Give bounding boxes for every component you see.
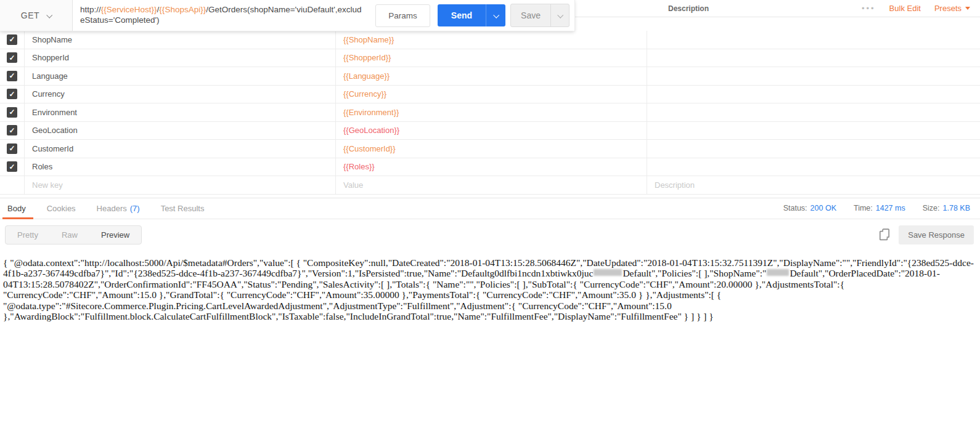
- url-scheme: http://: [80, 5, 101, 14]
- response-body-preview: { "@odata.context":"http://localhost:500…: [0, 249, 980, 322]
- param-description-input[interactable]: [647, 158, 980, 176]
- param-key-input[interactable]: ShopperId: [25, 53, 69, 62]
- tab-headers-label: Headers: [97, 204, 127, 213]
- params-button[interactable]: Params: [375, 4, 430, 27]
- row-checkbox[interactable]: [7, 107, 17, 118]
- param-row-new: New key Value Description: [0, 176, 980, 195]
- save-button[interactable]: Save: [511, 4, 550, 26]
- param-value-input[interactable]: {{ShopName}}: [336, 35, 394, 44]
- param-key-input[interactable]: Language: [25, 71, 68, 81]
- response-tab-bar: Body Cookies Headers (7) Test Results St…: [0, 198, 980, 219]
- new-value-input[interactable]: Value: [336, 180, 363, 190]
- param-description-input[interactable]: [647, 31, 980, 49]
- param-key-input[interactable]: CustomerId: [25, 144, 73, 153]
- redacted-blur: [767, 269, 789, 276]
- param-value-input[interactable]: {{Environment}}: [336, 108, 399, 117]
- status-label: Status:: [783, 204, 807, 212]
- send-options-button[interactable]: [486, 4, 505, 26]
- size-value: 1.78 KB: [943, 204, 970, 212]
- tab-headers[interactable]: Headers (7): [94, 198, 142, 219]
- param-key-input[interactable]: GeoLocation: [25, 126, 78, 135]
- chevron-down-icon: [557, 12, 563, 18]
- method-dropdown[interactable]: GET: [0, 0, 73, 31]
- param-value-input[interactable]: {{ShopperId}}: [336, 53, 391, 62]
- size-label: Size:: [923, 204, 940, 212]
- param-key-input[interactable]: Environment: [25, 108, 77, 117]
- postman-request-view: Description Bulk Edit Presets ShopName {…: [0, 0, 980, 436]
- param-description-input[interactable]: [647, 86, 980, 103]
- view-preview[interactable]: Preview: [89, 226, 141, 244]
- view-raw[interactable]: Raw: [50, 226, 89, 244]
- save-split-button: Save: [510, 4, 570, 27]
- param-row-customerid: CustomerId {{CustomerId}}: [0, 140, 980, 158]
- url-input[interactable]: http://{{ServiceHost}}/{{ShopsApi}}/GetO…: [73, 0, 372, 31]
- presets-dropdown[interactable]: Presets: [934, 4, 970, 13]
- send-button[interactable]: Send: [438, 4, 486, 26]
- response-meta: Status: 200 OK Time: 1427 ms Size: 1.78 …: [783, 204, 970, 212]
- response-view-switcher: Pretty Raw Preview: [5, 225, 142, 244]
- row-checkbox[interactable]: [7, 71, 17, 81]
- chevron-down-icon: [46, 12, 52, 18]
- bulk-edit-link[interactable]: Bulk Edit: [889, 4, 921, 13]
- param-description-input[interactable]: [647, 103, 980, 121]
- new-description-input[interactable]: Description: [647, 180, 695, 190]
- row-checkbox[interactable]: [7, 143, 17, 154]
- save-response-button[interactable]: Save Response: [899, 225, 974, 244]
- row-checkbox[interactable]: [7, 89, 17, 99]
- copy-icon[interactable]: [879, 228, 890, 241]
- response-toolbar: Pretty Raw Preview Save Response: [0, 219, 980, 249]
- row-checkbox[interactable]: [7, 125, 17, 135]
- param-description-input[interactable]: [647, 49, 980, 67]
- param-row-shopperid: ShopperId {{ShopperId}}: [0, 49, 980, 68]
- row-checkbox[interactable]: [7, 52, 17, 63]
- param-description-input[interactable]: [647, 140, 980, 158]
- presets-caret-icon: [965, 7, 970, 10]
- description-column-header: Description: [668, 4, 709, 13]
- method-label: GET: [21, 10, 39, 20]
- headers-count-badge: (7): [130, 204, 140, 213]
- new-key-input[interactable]: New key: [25, 180, 63, 190]
- more-options-icon[interactable]: [862, 4, 876, 13]
- url-shopsapi-variable: {{ShopsApi}}: [159, 5, 206, 14]
- save-options-button[interactable]: [550, 4, 569, 26]
- chevron-down-icon: [493, 12, 499, 18]
- param-value-input[interactable]: {{Language}}: [336, 71, 390, 81]
- response-section: Body Cookies Headers (7) Test Results St…: [0, 198, 980, 322]
- param-value-input[interactable]: {{GeoLocation}}: [336, 126, 399, 135]
- param-row-geolocation: GeoLocation {{GeoLocation}}: [0, 122, 980, 140]
- tab-test-results[interactable]: Test Results: [158, 198, 207, 219]
- param-description-input[interactable]: [647, 122, 980, 140]
- param-row-currency: Currency {{Currency}}: [0, 86, 980, 104]
- row-checkbox[interactable]: [7, 161, 17, 172]
- status-value: 200 OK: [811, 204, 836, 212]
- param-key-input[interactable]: ShopName: [25, 35, 72, 44]
- presets-label: Presets: [934, 4, 962, 13]
- row-checkbox[interactable]: [7, 34, 17, 45]
- param-value-input[interactable]: {{Roles}}: [336, 162, 375, 171]
- param-row-language: Language {{Language}}: [0, 67, 980, 86]
- redacted-blur: [594, 269, 622, 276]
- time-value: 1427 ms: [876, 204, 905, 212]
- param-key-input[interactable]: Currency: [25, 89, 65, 99]
- param-value-input[interactable]: {{Currency}}: [336, 89, 386, 99]
- param-row-roles: Roles {{Roles}}: [0, 158, 980, 177]
- tab-cookies[interactable]: Cookies: [44, 198, 78, 219]
- param-row-shopname: ShopName {{ShopName}}: [0, 31, 980, 49]
- url-servicehost-variable: {{ServiceHost}}: [101, 5, 157, 14]
- request-url-bar: GET http://{{ServiceHost}}/{{ShopsApi}}/…: [0, 0, 574, 31]
- view-pretty[interactable]: Pretty: [6, 226, 50, 244]
- response-json-segment: Default","Policies":[ ],"ShopName":": [623, 268, 766, 278]
- param-description-input[interactable]: [647, 67, 980, 85]
- send-split-button: Send: [438, 4, 505, 26]
- time-label: Time:: [854, 204, 873, 212]
- param-key-input[interactable]: Roles: [25, 162, 52, 171]
- param-value-input[interactable]: {{CustomerId}}: [336, 144, 396, 153]
- param-row-environment: Environment {{Environment}}: [0, 103, 980, 122]
- tab-body[interactable]: Body: [5, 198, 28, 219]
